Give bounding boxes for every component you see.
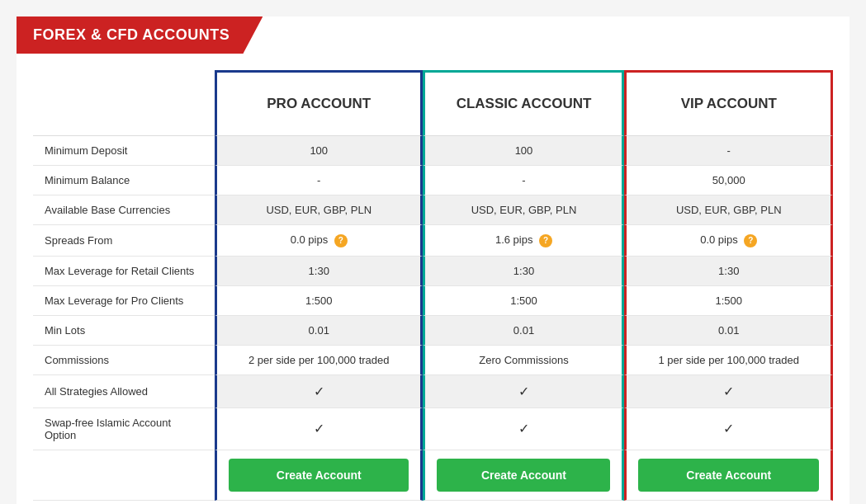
classic-cell: 100	[423, 136, 624, 166]
classic-cell: 1:30	[423, 257, 624, 286]
info-icon: ?	[539, 234, 552, 247]
row-label: Commissions	[33, 346, 215, 375]
vip-cell: 1:30	[624, 257, 833, 286]
checkmark-icon: ✓	[314, 422, 324, 436]
vip-cell: 0.01	[624, 316, 833, 346]
row-label: Minimum Balance	[33, 166, 215, 195]
vip-cell: 1:500	[624, 286, 833, 316]
row-label: Minimum Deposit	[33, 136, 215, 166]
classic-cell: 1:500	[423, 286, 624, 316]
vip-cell: 1 per side per 100,000 traded	[624, 346, 833, 375]
checkmark-icon: ✓	[518, 384, 529, 398]
classic-cell: -	[423, 166, 624, 195]
table-row: Available Base CurrenciesUSD, EUR, GBP, …	[33, 195, 833, 225]
row-label: Max Leverage for Pro Clients	[33, 286, 215, 316]
vip-cell: USD, EUR, GBP, PLN	[624, 195, 833, 225]
table-container: PRO ACCOUNT CLASSIC ACCOUNT VIP ACCOUNT …	[17, 70, 849, 501]
vip-create-button[interactable]: Create Account	[638, 459, 819, 492]
row-label: Available Base Currencies	[33, 195, 215, 225]
classic-cell: 1.6 pips ?	[423, 225, 624, 257]
pro-cell: 1:500	[215, 286, 423, 316]
row-label: Min Lots	[33, 316, 215, 346]
pro-cell: 1:30	[215, 257, 423, 286]
header-row: PRO ACCOUNT CLASSIC ACCOUNT VIP ACCOUNT	[33, 70, 833, 136]
classic-cell: ✓	[423, 375, 624, 408]
classic-create-button[interactable]: Create Account	[437, 459, 610, 492]
row-label: Max Leverage for Retail Clients	[33, 257, 215, 286]
vip-cell: 50,000	[624, 166, 833, 195]
pro-cell: ✓	[215, 408, 423, 450]
pro-cell: 2 per side per 100,000 traded	[215, 346, 423, 375]
row-label: Swap-free Islamic Account Option	[33, 408, 215, 450]
page-wrapper: FOREX & CFD ACCOUNTS PRO ACCOUNT CLASSIC…	[17, 16, 849, 504]
table-row: Max Leverage for Pro Clients1:5001:5001:…	[33, 286, 833, 316]
row-label: Spreads From	[33, 225, 215, 257]
vip-cell: ✓	[624, 375, 833, 408]
classic-cell: USD, EUR, GBP, PLN	[423, 195, 624, 225]
pro-cell: 100	[215, 136, 423, 166]
header-banner: FOREX & CFD ACCOUNTS	[17, 16, 263, 54]
table-row: Max Leverage for Retail Clients1:301:301…	[33, 257, 833, 286]
vip-footer-cell: Create Account	[624, 450, 833, 501]
comparison-table: PRO ACCOUNT CLASSIC ACCOUNT VIP ACCOUNT …	[33, 70, 833, 501]
vip-account-header: VIP ACCOUNT	[624, 70, 833, 136]
checkmark-icon: ✓	[314, 384, 324, 398]
table-row: All Strategies Allowed✓✓✓	[33, 375, 833, 408]
classic-footer-cell: Create Account	[423, 450, 624, 501]
checkmark-icon: ✓	[723, 422, 734, 436]
table-row: Minimum Deposit100100-	[33, 136, 833, 166]
footer-label	[33, 450, 215, 501]
checkmark-icon: ✓	[518, 422, 529, 436]
table-row: Commissions2 per side per 100,000 traded…	[33, 346, 833, 375]
table-row: Minimum Balance--50,000	[33, 166, 833, 195]
vip-cell: -	[624, 136, 833, 166]
vip-cell: 0.0 pips ?	[624, 225, 833, 257]
pro-cell: ✓	[215, 375, 423, 408]
classic-cell: Zero Commissions	[423, 346, 624, 375]
pro-cell: USD, EUR, GBP, PLN	[215, 195, 423, 225]
table-row: Spreads From0.0 pips ?1.6 pips ?0.0 pips…	[33, 225, 833, 257]
pro-cell: 0.01	[215, 316, 423, 346]
info-icon: ?	[744, 234, 757, 247]
classic-cell: ✓	[423, 408, 624, 450]
classic-cell: 0.01	[423, 316, 624, 346]
pro-cell: -	[215, 166, 423, 195]
checkmark-icon: ✓	[723, 384, 734, 398]
label-header	[33, 70, 215, 136]
page-title: FOREX & CFD ACCOUNTS	[33, 26, 230, 43]
pro-create-button[interactable]: Create Account	[229, 459, 409, 492]
pro-account-header: PRO ACCOUNT	[215, 70, 423, 136]
footer-row: Create Account Create Account Create Acc…	[33, 450, 833, 501]
table-row: Min Lots0.010.010.01	[33, 316, 833, 346]
row-label: All Strategies Allowed	[33, 375, 215, 408]
classic-account-header: CLASSIC ACCOUNT	[423, 70, 624, 136]
vip-cell: ✓	[624, 408, 833, 450]
pro-cell: 0.0 pips ?	[215, 225, 423, 257]
info-icon: ?	[334, 234, 348, 247]
table-row: Swap-free Islamic Account Option✓✓✓	[33, 408, 833, 450]
pro-footer-cell: Create Account	[215, 450, 423, 501]
